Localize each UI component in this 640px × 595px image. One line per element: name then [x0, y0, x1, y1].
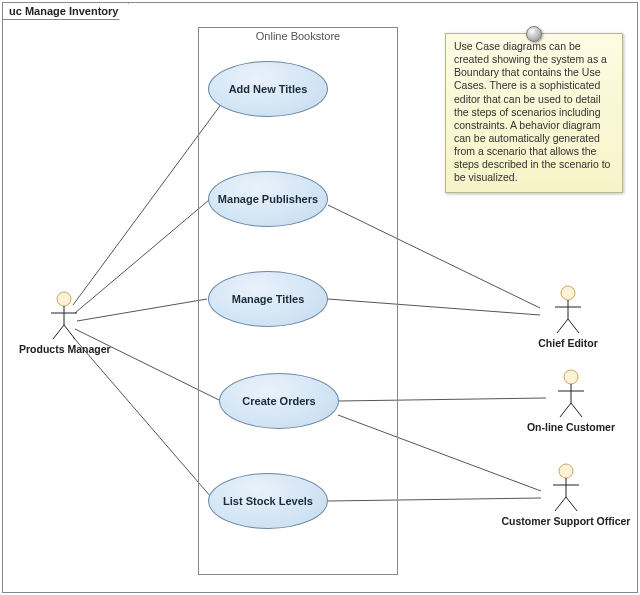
frame-title-text: uc Manage Inventory	[9, 5, 118, 17]
svg-line-4	[64, 325, 75, 339]
pin-icon	[526, 26, 542, 42]
usecase-create-orders[interactable]: Create Orders	[219, 373, 339, 429]
actor-icon	[551, 285, 585, 335]
actor-label: Customer Support Officer	[491, 515, 640, 527]
svg-line-9	[568, 319, 579, 333]
usecase-list-stock-levels[interactable]: List Stock Levels	[208, 473, 328, 529]
actor-online-customer[interactable]: On-line Customer	[511, 369, 631, 433]
svg-point-0	[57, 292, 71, 306]
system-boundary-title: Online Bookstore	[199, 30, 397, 42]
usecase-add-new-titles[interactable]: Add New Titles	[208, 61, 328, 117]
note[interactable]: Use Case diagrams can be created showing…	[445, 33, 623, 193]
actor-label: Chief Editor	[513, 337, 623, 349]
actor-icon	[554, 369, 588, 419]
actor-icon	[549, 463, 583, 513]
usecase-label: List Stock Levels	[223, 495, 313, 507]
note-text: Use Case diagrams can be created showing…	[454, 40, 610, 183]
diagram-frame: uc Manage Inventory Online Bookstore Add…	[2, 2, 638, 593]
usecase-label: Add New Titles	[229, 83, 308, 95]
svg-line-18	[555, 497, 566, 511]
usecase-label: Manage Publishers	[218, 193, 318, 205]
svg-point-15	[559, 464, 573, 478]
actor-label: On-line Customer	[511, 421, 631, 433]
actor-chief-editor[interactable]: Chief Editor	[513, 285, 623, 349]
svg-point-5	[561, 286, 575, 300]
assoc-pm-stock	[73, 337, 211, 497]
svg-line-3	[53, 325, 64, 339]
usecase-manage-publishers[interactable]: Manage Publishers	[208, 171, 328, 227]
actor-customer-support-officer[interactable]: Customer Support Officer	[491, 463, 640, 527]
svg-line-14	[571, 403, 582, 417]
svg-line-8	[557, 319, 568, 333]
usecase-label: Create Orders	[242, 395, 315, 407]
actor-label: Products Manager	[19, 343, 109, 355]
usecase-manage-titles[interactable]: Manage Titles	[208, 271, 328, 327]
actor-icon	[47, 291, 81, 341]
svg-line-13	[560, 403, 571, 417]
frame-title: uc Manage Inventory	[2, 2, 129, 20]
svg-line-19	[566, 497, 577, 511]
usecase-label: Manage Titles	[232, 293, 305, 305]
svg-point-10	[564, 370, 578, 384]
actor-products-manager[interactable]: Products Manager	[19, 291, 109, 355]
